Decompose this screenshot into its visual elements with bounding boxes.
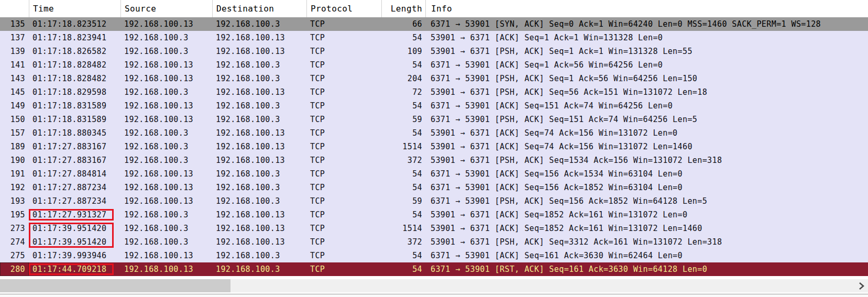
packet-row[interactable]: 274 01:17:39.951420 192.168.100.3 192.16… (0, 235, 868, 249)
packet-row[interactable]: 189 01:17:27.883167 192.168.100.3 192.16… (0, 140, 868, 153)
column-header-length[interactable]: Length (381, 0, 425, 17)
packet-time: 01:17:18.880345 (29, 126, 120, 140)
packet-length: 54 (381, 167, 425, 181)
packet-info: 53901 → 6371 [ACK] Seq=1852 Ack=161 Win=… (425, 222, 868, 235)
packet-row[interactable]: 275 01:17:39.993946 192.168.100.13 192.1… (0, 249, 868, 262)
packet-number: 135 (0, 17, 29, 31)
packet-length: 109 (381, 45, 425, 58)
column-header-protocol[interactable]: Protocol (306, 0, 381, 17)
scroll-right-arrow-icon[interactable] (858, 282, 865, 290)
packet-info: 6371 → 53901 [ACK] Seq=156 Ack=1534 Win=… (425, 167, 868, 181)
packet-number: 190 (0, 153, 29, 167)
packet-row[interactable]: 190 01:17:27.883167 192.168.100.3 192.16… (0, 153, 868, 167)
packet-time: 01:17:18.831589 (29, 113, 120, 126)
packet-row[interactable]: 150 01:17:18.831589 192.168.100.13 192.1… (0, 113, 868, 126)
packet-row[interactable]: 191 01:17:27.884814 192.168.100.13 192.1… (0, 167, 868, 181)
packet-length: 54 (381, 249, 425, 262)
packet-protocol: TCP (306, 194, 381, 208)
packet-destination: 192.168.100.3 (212, 99, 306, 113)
packet-number: 141 (0, 58, 29, 72)
packet-number: 273 (0, 222, 29, 235)
packet-source: 192.168.100.13 (120, 72, 212, 85)
packet-destination: 192.168.100.3 (212, 167, 306, 181)
packet-destination: 192.168.100.13 (212, 140, 306, 153)
packet-info: 6371 → 53901 [ACK] Seq=156 Ack=1852 Win=… (425, 181, 868, 194)
packet-length: 54 (381, 126, 425, 140)
packet-protocol: TCP (306, 58, 381, 72)
packet-info: 53901 → 6371 [PSH, ACK] Seq=1 Ack=1 Win=… (425, 45, 868, 58)
scrollbar-thumb[interactable] (0, 279, 230, 292)
packet-protocol: TCP (306, 235, 381, 249)
packet-protocol: TCP (306, 85, 381, 99)
packet-source: 192.168.100.13 (120, 194, 212, 208)
packet-row[interactable]: 193 01:17:27.887234 192.168.100.13 192.1… (0, 194, 868, 208)
packet-row[interactable]: 192 01:17:27.887234 192.168.100.13 192.1… (0, 181, 868, 194)
packet-protocol: TCP (306, 113, 381, 126)
packet-length: 72 (381, 85, 425, 99)
packet-row[interactable]: 195 01:17:27.931327 192.168.100.3 192.16… (0, 208, 868, 222)
packet-source: 192.168.100.3 (120, 45, 212, 58)
packet-number: 193 (0, 194, 29, 208)
packet-number: 274 (0, 235, 29, 249)
packet-info: 6371 → 53901 [RST, ACK] Seq=161 Ack=3630… (425, 262, 868, 276)
packet-row[interactable]: 149 01:17:18.831589 192.168.100.13 192.1… (0, 99, 868, 113)
column-header-row: Time Source Destination Protocol Length … (0, 0, 868, 17)
packet-info: 6371 → 53901 [PSH, ACK] Seq=156 Ack=1852… (425, 194, 868, 208)
packet-row[interactable]: 273 01:17:39.951420 192.168.100.3 192.16… (0, 222, 868, 235)
packet-number: 275 (0, 249, 29, 262)
packet-protocol: TCP (306, 262, 381, 276)
column-header-source[interactable]: Source (120, 0, 212, 17)
packet-info: 6371 → 53901 [PSH, ACK] Seq=1 Ack=56 Win… (425, 72, 868, 85)
packet-time: 01:17:39.951420 (29, 235, 120, 249)
packet-source: 192.168.100.13 (120, 167, 212, 181)
packet-protocol: TCP (306, 72, 381, 85)
packet-source: 192.168.100.13 (120, 113, 212, 126)
packet-info: 53901 → 6371 [ACK] Seq=74 Ack=156 Win=13… (425, 140, 868, 153)
packet-time: 01:17:18.826582 (29, 45, 120, 58)
packet-row[interactable]: 145 01:17:18.829598 192.168.100.3 192.16… (0, 85, 868, 99)
packet-length: 54 (381, 262, 425, 276)
packet-row[interactable]: 139 01:17:18.826582 192.168.100.3 192.16… (0, 45, 868, 58)
packet-number: 145 (0, 85, 29, 99)
column-header-destination[interactable]: Destination (212, 0, 306, 17)
packet-number: 149 (0, 99, 29, 113)
packet-protocol: TCP (306, 31, 381, 45)
packet-length: 59 (381, 113, 425, 126)
packet-info: 53901 → 6371 [ACK] Seq=1 Ack=1 Win=13132… (425, 31, 868, 45)
packet-row[interactable]: 157 01:17:18.880345 192.168.100.3 192.16… (0, 126, 868, 140)
packet-time: 01:17:27.883167 (29, 140, 120, 153)
packet-protocol: TCP (306, 222, 381, 235)
packet-info: 6371 → 53901 [SYN, ACK] Seq=0 Ack=1 Win=… (425, 17, 868, 31)
packet-length: 66 (381, 17, 425, 31)
packet-time: 01:17:27.931327 (29, 208, 120, 222)
next-pane-edge (0, 294, 868, 297)
packet-row[interactable]: 135 01:17:18.823512 192.168.100.13 192.1… (0, 17, 868, 31)
packet-time: 01:17:27.887234 (29, 181, 120, 194)
packet-length: 54 (381, 58, 425, 72)
packet-destination: 192.168.100.13 (212, 235, 306, 249)
packet-info: 53901 → 6371 [ACK] Seq=1852 Ack=161 Win=… (425, 208, 868, 222)
packet-source: 192.168.100.3 (120, 140, 212, 153)
column-header-info[interactable]: Info (425, 0, 868, 17)
packet-info: 6371 → 53901 [ACK] Seq=151 Ack=74 Win=64… (425, 99, 868, 113)
packet-source: 192.168.100.3 (120, 208, 212, 222)
packet-source: 192.168.100.3 (120, 85, 212, 99)
horizontal-scrollbar[interactable] (0, 279, 868, 292)
packet-source: 192.168.100.13 (120, 58, 212, 72)
packet-row[interactable]: 137 01:17:18.823941 192.168.100.3 192.16… (0, 31, 868, 45)
column-header-time[interactable]: Time (29, 0, 120, 17)
packet-row[interactable]: 280 01:17:44.709218 192.168.100.13 192.1… (0, 262, 868, 276)
packet-time: 01:17:18.829598 (29, 85, 120, 99)
packet-row[interactable]: 143 01:17:18.828482 192.168.100.13 192.1… (0, 72, 868, 85)
packet-destination: 192.168.100.3 (212, 181, 306, 194)
packet-source: 192.168.100.3 (120, 31, 212, 45)
packet-list: 135 01:17:18.823512 192.168.100.13 192.1… (0, 17, 868, 276)
packet-length: 54 (381, 31, 425, 45)
packet-source: 192.168.100.3 (120, 126, 212, 140)
column-header-number[interactable] (0, 0, 29, 17)
packet-row[interactable]: 141 01:17:18.828482 192.168.100.13 192.1… (0, 58, 868, 72)
packet-number: 280 (0, 262, 29, 276)
packet-destination: 192.168.100.13 (212, 31, 306, 45)
packet-info: 6371 → 53901 [PSH, ACK] Seq=151 Ack=74 W… (425, 113, 868, 126)
packet-list-pane: Time Source Destination Protocol Length … (0, 0, 868, 297)
